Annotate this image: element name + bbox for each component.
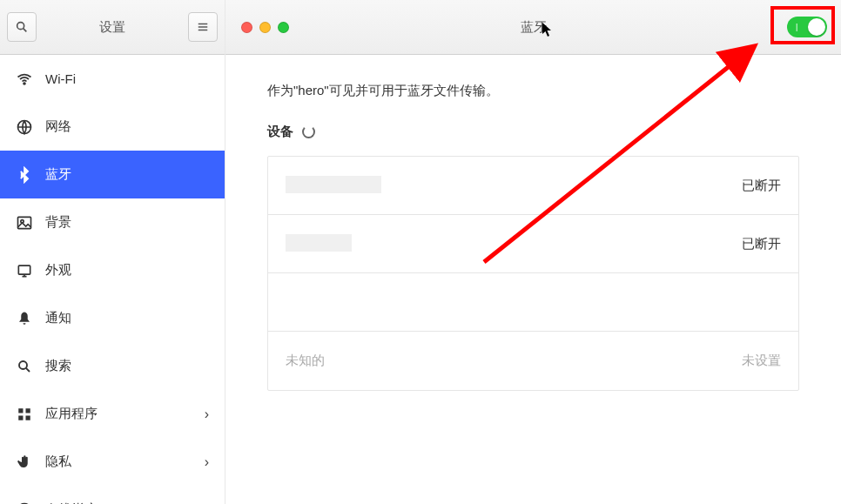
main-header: 蓝牙 | [225, 0, 841, 55]
device-status: 未设置 [742, 353, 781, 369]
cursor-pointer-icon [542, 22, 554, 37]
sidebar-item-应用程序[interactable]: 应用程序› [0, 390, 225, 438]
minimize-window-button[interactable] [259, 22, 271, 33]
svg-point-0 [17, 23, 24, 30]
svg-rect-13 [26, 408, 30, 413]
svg-rect-14 [18, 415, 23, 420]
bluetooth-toggle-wrap: | [787, 17, 827, 37]
sidebar-header: 设置 [0, 0, 225, 55]
device-name [286, 176, 742, 196]
svg-rect-7 [18, 217, 31, 228]
settings-sidebar: 设置 Wi-Fi网络蓝牙背景外观通知搜索应用程序›隐私›在线帐户 [0, 0, 225, 504]
main-body: 作为"hero"可见并可用于蓝牙文件传输。 设备 已断开已断开未知的未设置 [225, 55, 841, 419]
search-icon [15, 20, 29, 34]
maximize-window-button[interactable] [278, 22, 289, 33]
svg-point-10 [19, 361, 27, 369]
page-title: 蓝牙 [225, 19, 841, 36]
sidebar-item-label: 背景 [45, 214, 209, 231]
close-window-button[interactable] [241, 22, 252, 33]
bluetooth-icon [16, 166, 33, 184]
account-icon [16, 501, 33, 505]
menu-button[interactable] [188, 12, 218, 42]
svg-rect-15 [26, 415, 30, 420]
loading-spinner-icon [302, 125, 315, 138]
devices-heading-label: 设备 [267, 124, 293, 140]
search-button[interactable] [7, 12, 37, 42]
device-row[interactable]: 未知的未设置 [268, 332, 798, 390]
sidebar-item-label: 网络 [45, 118, 209, 135]
sidebar-item-label: 外观 [45, 262, 209, 279]
appearance-icon [16, 262, 33, 279]
svg-rect-12 [18, 408, 23, 413]
sidebar-item-隐私[interactable]: 隐私› [0, 438, 225, 486]
main-panel: 蓝牙 | 作为"hero"可见并可用于蓝牙文件传输。 设备 已断开已断开未知的未… [225, 0, 841, 504]
svg-line-1 [24, 29, 27, 32]
sidebar-list: Wi-Fi网络蓝牙背景外观通知搜索应用程序›隐私›在线帐户 [0, 55, 225, 504]
sidebar-item-label: 隐私 [45, 454, 192, 470]
search-icon-small [16, 358, 33, 375]
device-list: 已断开已断开未知的未设置 [267, 156, 799, 391]
device-row[interactable]: 已断开 [268, 157, 798, 215]
devices-heading: 设备 [267, 124, 799, 140]
bell-icon [16, 310, 33, 327]
sidebar-item-外观[interactable]: 外观 [0, 246, 225, 294]
sidebar-title: 设置 [37, 19, 188, 36]
svg-rect-9 [18, 265, 30, 274]
sidebar-item-label: 通知 [45, 310, 209, 326]
hand-icon [16, 454, 33, 471]
device-status: 已断开 [742, 236, 781, 252]
sidebar-item-label: Wi-Fi [45, 71, 209, 86]
sidebar-item-label: 搜索 [45, 358, 209, 374]
wifi-icon [16, 71, 33, 88]
sidebar-item-搜索[interactable]: 搜索 [0, 342, 225, 390]
bluetooth-toggle[interactable]: | [787, 17, 827, 37]
sidebar-item-背景[interactable]: 背景 [0, 198, 225, 246]
device-name: 未知的 [286, 353, 742, 369]
window-controls [241, 22, 289, 33]
globe-icon [16, 118, 33, 136]
hamburger-icon [197, 21, 209, 33]
device-name [286, 234, 742, 254]
sidebar-item-label: 应用程序 [45, 406, 192, 422]
device-row[interactable] [268, 273, 798, 332]
device-row[interactable]: 已断开 [268, 215, 798, 273]
apps-icon [16, 406, 33, 423]
svg-point-5 [24, 83, 25, 84]
chevron-right-icon: › [205, 407, 209, 422]
image-icon [16, 214, 33, 232]
sidebar-item-网络[interactable]: 网络 [0, 103, 225, 151]
svg-line-11 [26, 367, 30, 371]
sidebar-item-wi-fi[interactable]: Wi-Fi [0, 55, 225, 103]
visibility-text: 作为"hero"可见并可用于蓝牙文件传输。 [267, 83, 799, 99]
sidebar-item-label: 蓝牙 [45, 166, 209, 183]
device-status: 已断开 [742, 178, 781, 194]
sidebar-item-在线帐户[interactable]: 在线帐户 [0, 486, 225, 504]
chevron-right-icon: › [205, 454, 209, 470]
sidebar-item-通知[interactable]: 通知 [0, 294, 225, 342]
sidebar-item-蓝牙[interactable]: 蓝牙 [0, 151, 225, 198]
